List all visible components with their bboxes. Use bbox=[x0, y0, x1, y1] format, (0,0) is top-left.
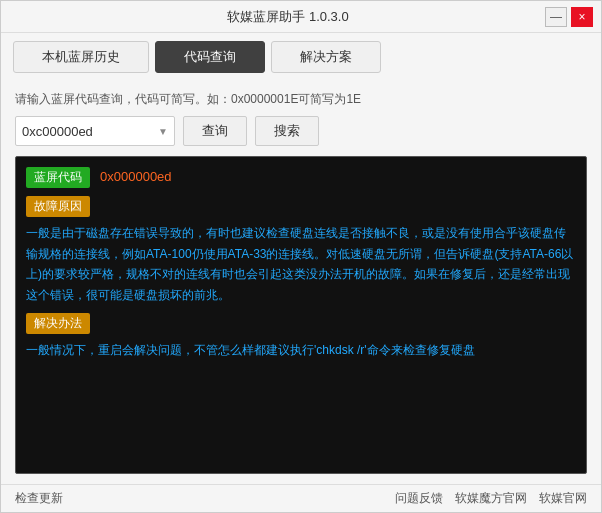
dropdown-arrow-icon: ▼ bbox=[158, 126, 168, 137]
solution-label-row: 解决办法 bbox=[26, 313, 576, 334]
tab-solution[interactable]: 解决方案 bbox=[271, 41, 381, 73]
tab-history[interactable]: 本机蓝屏历史 bbox=[13, 41, 149, 73]
cause-label: 故障原因 bbox=[26, 196, 90, 217]
footer-right: 问题反馈 软媒魔方官网 软媒官网 bbox=[395, 490, 587, 507]
bsod-code-section: 蓝屏代码 0x000000ed bbox=[26, 167, 576, 188]
cause-text: 一般是由于磁盘存在错误导致的，有时也建议检查硬盘连线是否接触不良，或是没有使用合… bbox=[26, 223, 576, 305]
query-button[interactable]: 查询 bbox=[183, 116, 247, 146]
search-row: 0xc00000ed ▼ 查询 搜索 bbox=[15, 116, 587, 146]
bsod-code-row: 蓝屏代码 0x000000ed bbox=[26, 167, 576, 188]
solution-text: 一般情况下，重启会解决问题，不管怎么样都建议执行'chkdsk /r'命令来检查… bbox=[26, 340, 576, 360]
ruanmei-official-link[interactable]: 软媒官网 bbox=[539, 490, 587, 507]
window-title: 软媒蓝屏助手 1.0.3.0 bbox=[31, 8, 545, 26]
cause-label-row: 故障原因 bbox=[26, 196, 576, 217]
result-panel: 蓝屏代码 0x000000ed 故障原因 一般是由于磁盘存在错误导致的，有时也建… bbox=[15, 156, 587, 474]
code-select-value: 0xc00000ed bbox=[22, 124, 93, 139]
bsod-code-value: 0x000000ed bbox=[100, 167, 172, 188]
close-button[interactable]: × bbox=[571, 7, 593, 27]
footer-left: 检查更新 bbox=[15, 490, 63, 507]
title-bar: 软媒蓝屏助手 1.0.3.0 — × bbox=[1, 1, 601, 33]
ruanmei-cube-link[interactable]: 软媒魔方官网 bbox=[455, 490, 527, 507]
cause-section: 故障原因 一般是由于磁盘存在错误导致的，有时也建议检查硬盘连线是否接触不良，或是… bbox=[26, 196, 576, 305]
bsod-code-label: 蓝屏代码 bbox=[26, 167, 90, 188]
title-controls: — × bbox=[545, 7, 593, 27]
search-button[interactable]: 搜索 bbox=[255, 116, 319, 146]
main-window: 软媒蓝屏助手 1.0.3.0 — × 本机蓝屏历史 代码查询 解决方案 请输入蓝… bbox=[0, 0, 602, 513]
solution-label: 解决办法 bbox=[26, 313, 90, 334]
check-update-link[interactable]: 检查更新 bbox=[15, 490, 63, 507]
search-hint: 请输入蓝屏代码查询，代码可简写。如：0x0000001E可简写为1E bbox=[15, 91, 587, 108]
code-select-dropdown[interactable]: 0xc00000ed ▼ bbox=[15, 116, 175, 146]
content-area: 请输入蓝屏代码查询，代码可简写。如：0x0000001E可简写为1E 0xc00… bbox=[1, 81, 601, 484]
footer: 检查更新 问题反馈 软媒魔方官网 软媒官网 bbox=[1, 484, 601, 512]
feedback-link[interactable]: 问题反馈 bbox=[395, 490, 443, 507]
tab-bar: 本机蓝屏历史 代码查询 解决方案 bbox=[1, 33, 601, 81]
tab-query[interactable]: 代码查询 bbox=[155, 41, 265, 73]
solution-section: 解决办法 一般情况下，重启会解决问题，不管怎么样都建议执行'chkdsk /r'… bbox=[26, 313, 576, 361]
minimize-button[interactable]: — bbox=[545, 7, 567, 27]
